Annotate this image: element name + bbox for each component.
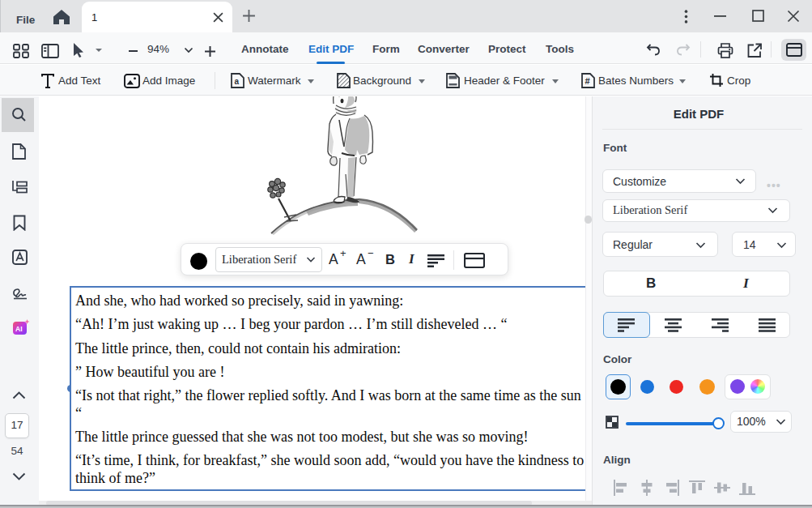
svg-text:a: a <box>235 77 240 86</box>
svg-text:#: # <box>585 76 590 86</box>
svg-text:AI: AI <box>15 325 23 333</box>
